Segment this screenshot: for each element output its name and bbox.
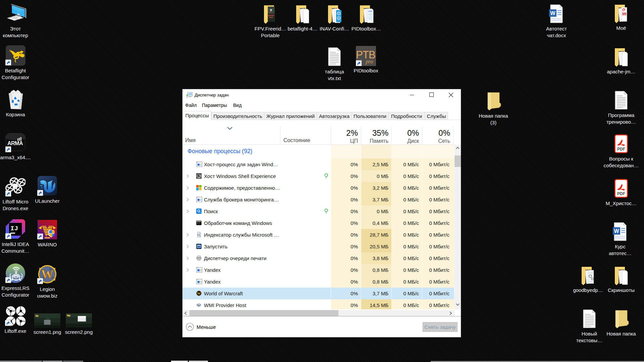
svg-text:PDF: PDF bbox=[622, 13, 626, 15]
svg-text:C:\: C:\ bbox=[197, 222, 200, 224]
svg-text:IJ: IJ bbox=[10, 225, 18, 232]
svg-text:W: W bbox=[550, 10, 555, 16]
svg-text:ARMA: ARMA bbox=[7, 140, 23, 146]
svg-text:W: W bbox=[197, 291, 201, 295]
svg-text:PDF: PDF bbox=[617, 191, 625, 196]
svg-text:W: W bbox=[614, 228, 619, 234]
svg-text:pro: pro bbox=[365, 59, 373, 65]
svg-text:PDF: PDF bbox=[617, 147, 625, 152]
